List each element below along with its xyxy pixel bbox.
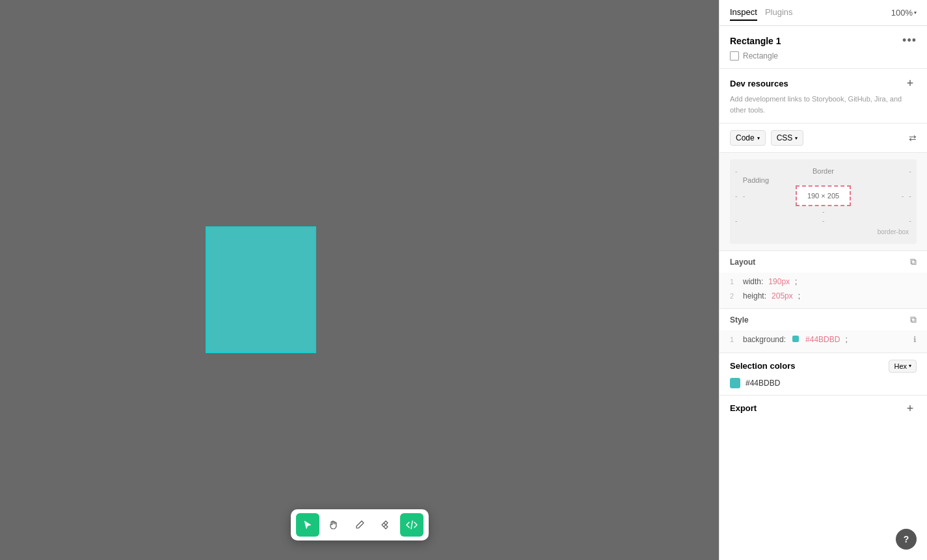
style-code-body: 1 background: #44BDBD ; ℹ bbox=[719, 330, 927, 353]
hex-format-dropdown[interactable]: Hex ▾ bbox=[889, 360, 917, 373]
bm-border-label: Border bbox=[813, 167, 834, 175]
export-title: Export bbox=[730, 403, 757, 413]
bm-padding-label: Padding bbox=[743, 176, 769, 184]
rectangle-type-icon bbox=[730, 51, 739, 60]
dev-resources-description: Add development links to Storybook, GitH… bbox=[730, 94, 917, 115]
bm-bot-right-dash: - bbox=[909, 217, 911, 224]
box-model-section: - Border - - Padding - bbox=[719, 153, 927, 251]
selection-colors-section: Selection colors Hex ▾ #44BDBD bbox=[719, 353, 927, 395]
layout-copy-icon[interactable]: ⧉ bbox=[910, 256, 917, 267]
code-dropdown[interactable]: Code ▾ bbox=[730, 130, 766, 146]
selection-colors-header: Selection colors Hex ▾ bbox=[730, 360, 917, 373]
element-name-section: Rectangle 1 ••• Rectangle bbox=[719, 26, 927, 69]
canvas-area bbox=[0, 0, 719, 560]
dev-resources-add-button[interactable]: + bbox=[904, 77, 917, 90]
layout-section: Layout ⧉ 1 width: 190px; 2 height: 205px… bbox=[719, 251, 927, 309]
export-header: Export + bbox=[730, 402, 917, 415]
bm-padding-bottom-dash: - bbox=[822, 207, 825, 215]
bm-content-box: 190 × 205 bbox=[796, 185, 851, 206]
more-options-icon[interactable]: ••• bbox=[902, 34, 917, 47]
style-title: Style bbox=[730, 315, 749, 325]
select-tool-button[interactable] bbox=[296, 513, 319, 537]
css-dropdown[interactable]: CSS ▾ bbox=[771, 130, 804, 146]
code-chevron-icon: ▾ bbox=[757, 135, 760, 141]
dev-resources-section: Dev resources + Add development links to… bbox=[719, 69, 927, 124]
bm-padding-right-dash: - bbox=[902, 192, 904, 200]
bm-top-left-dash: - bbox=[735, 167, 738, 175]
style-line-1: 1 background: #44BDBD ; ℹ bbox=[730, 333, 917, 347]
box-model-visual: - Border - - Padding - bbox=[730, 159, 917, 244]
tab-plugins[interactable]: Plugins bbox=[765, 5, 793, 21]
css-chevron-icon: ▾ bbox=[795, 135, 798, 141]
style-info-icon[interactable]: ℹ bbox=[913, 333, 917, 347]
edit-tool-button[interactable] bbox=[348, 513, 371, 537]
style-color-swatch bbox=[792, 336, 799, 342]
bm-mid-right-dash: - bbox=[909, 192, 911, 200]
export-section: Export + bbox=[719, 395, 927, 421]
dev-resources-header: Dev resources + bbox=[730, 77, 917, 90]
tab-inspect[interactable]: Inspect bbox=[730, 5, 757, 21]
color-swatch-1 bbox=[730, 378, 740, 388]
layout-line-2: 2 height: 205px; bbox=[730, 289, 917, 304]
zoom-chevron-icon: ▾ bbox=[914, 10, 917, 16]
color-item-1: #44BDBD bbox=[730, 378, 917, 388]
zoom-indicator[interactable]: 100% ▾ bbox=[891, 8, 917, 18]
element-type-row: Rectangle bbox=[730, 51, 917, 60]
element-type-label: Rectangle bbox=[743, 51, 778, 60]
layout-header: Layout ⧉ bbox=[719, 251, 927, 273]
element-name-label: Rectangle 1 bbox=[730, 36, 781, 46]
bm-border-box-label: border-box bbox=[878, 228, 911, 235]
bm-bot-center-dash: - bbox=[822, 217, 825, 224]
layout-title: Layout bbox=[730, 258, 755, 267]
bm-bot-left-dash: - bbox=[735, 217, 738, 224]
bm-top-right-dash: - bbox=[909, 167, 911, 175]
selection-colors-title: Selection colors bbox=[730, 361, 795, 371]
bm-mid-left-dash: - bbox=[735, 192, 738, 200]
right-panel: Inspect Plugins 100% ▾ Rectangle 1 ••• R… bbox=[719, 0, 927, 560]
style-copy-icon[interactable]: ⧉ bbox=[910, 314, 917, 325]
export-add-button[interactable]: + bbox=[904, 402, 917, 415]
bm-padding-left-dash: - bbox=[743, 192, 746, 200]
hand-tool-button[interactable] bbox=[322, 513, 345, 537]
dev-resources-title: Dev resources bbox=[730, 79, 788, 88]
style-section: Style ⧉ 1 background: #44BDBD ; ℹ bbox=[719, 309, 927, 353]
element-name-row: Rectangle 1 ••• bbox=[730, 34, 917, 47]
color-hex-1: #44BDBD bbox=[746, 379, 780, 388]
canvas-rectangle[interactable] bbox=[206, 226, 316, 353]
sliders-icon[interactable]: ⇄ bbox=[909, 133, 917, 143]
bottom-toolbar bbox=[291, 509, 429, 540]
hex-chevron-icon: ▾ bbox=[909, 363, 911, 369]
code-dropdowns: Code ▾ CSS ▾ bbox=[730, 130, 803, 146]
layout-line-1: 1 width: 190px; bbox=[730, 275, 917, 289]
layout-code-body: 1 width: 190px; 2 height: 205px; bbox=[719, 273, 927, 308]
panel-header: Inspect Plugins 100% ▾ bbox=[719, 0, 927, 26]
help-button[interactable]: ? bbox=[896, 529, 917, 550]
code-section: Code ▾ CSS ▾ ⇄ bbox=[719, 124, 927, 153]
style-header: Style ⧉ bbox=[719, 309, 927, 330]
code-toolbar: Code ▾ CSS ▾ ⇄ bbox=[730, 130, 917, 146]
component-tool-button[interactable] bbox=[374, 513, 397, 537]
panel-tabs: Inspect Plugins bbox=[730, 5, 793, 21]
code-tool-button[interactable] bbox=[400, 513, 423, 537]
